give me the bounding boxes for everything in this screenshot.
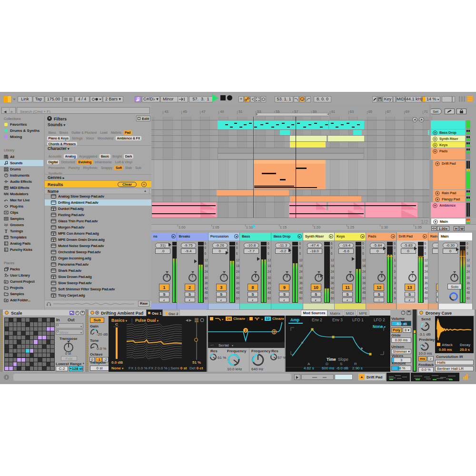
svg-text:2: 2 <box>245 329 247 332</box>
